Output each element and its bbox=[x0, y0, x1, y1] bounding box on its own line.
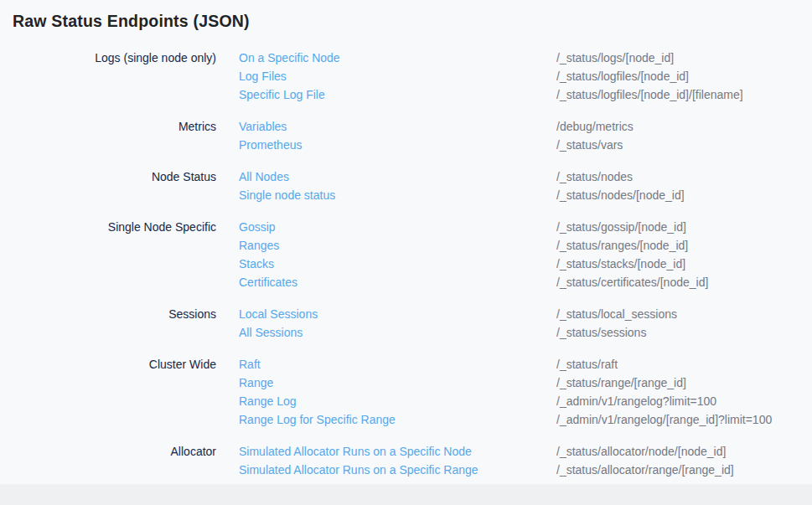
endpoint-link-log-files[interactable]: Log Files bbox=[239, 67, 287, 85]
endpoint-link-prometheus[interactable]: Prometheus bbox=[239, 136, 302, 154]
endpoint-link-gossip[interactable]: Gossip bbox=[239, 218, 276, 236]
endpoint-link-local-sessions[interactable]: Local Sessions bbox=[239, 305, 318, 323]
links-column: Variables Prometheus bbox=[239, 117, 534, 154]
section-category-label: Node Status bbox=[0, 167, 216, 204]
endpoint-link-specific-log-file[interactable]: Specific Log File bbox=[239, 85, 325, 104]
endpoint-link-raft[interactable]: Raft bbox=[239, 355, 261, 374]
links-column: Simulated Allocator Runs on a Specific N… bbox=[239, 442, 534, 479]
endpoint-path: /_status/logfiles/[node_id]/[filename] bbox=[556, 85, 812, 104]
paths-column: /_status/local_sessions /_status/session… bbox=[556, 305, 812, 342]
links-column: Local Sessions All Sessions bbox=[239, 305, 534, 342]
section-single-node-specific: Single Node Specific Gossip Ranges Stack… bbox=[0, 218, 812, 291]
endpoint-path: /_status/allocator/node/[node_id] bbox=[556, 442, 812, 461]
section-category-label: Metrics bbox=[0, 117, 216, 154]
paths-column: /debug/metrics /_status/vars bbox=[556, 117, 812, 154]
endpoint-link-ranges[interactable]: Ranges bbox=[239, 236, 279, 255]
section-category-label: Cluster Wide bbox=[0, 355, 216, 429]
paths-column: /_status/nodes /_status/nodes/[node_id] bbox=[556, 167, 812, 204]
endpoint-link-on-a-specific-node[interactable]: On a Specific Node bbox=[239, 49, 340, 67]
links-column: Raft Range Range Log Range Log for Speci… bbox=[239, 355, 534, 429]
endpoint-path: /_status/logfiles/[node_id] bbox=[556, 67, 812, 85]
endpoint-link-allocator-node[interactable]: Simulated Allocator Runs on a Specific N… bbox=[239, 442, 472, 461]
footer-background-band bbox=[0, 484, 812, 505]
screen: Raw Status Endpoints (JSON) Logs (single… bbox=[0, 0, 812, 505]
section-allocator: Allocator Simulated Allocator Runs on a … bbox=[0, 442, 812, 479]
endpoint-link-certificates[interactable]: Certificates bbox=[239, 273, 297, 291]
endpoint-link-range-log[interactable]: Range Log bbox=[239, 392, 297, 410]
page-title: Raw Status Endpoints (JSON) bbox=[13, 12, 812, 31]
paths-column: /_status/raft /_status/range/[range_id] … bbox=[556, 355, 812, 429]
endpoint-link-all-nodes[interactable]: All Nodes bbox=[239, 167, 289, 186]
links-column: Gossip Ranges Stacks Certificates bbox=[239, 218, 534, 291]
section-category-label: Single Node Specific bbox=[0, 218, 216, 291]
endpoint-path: /_status/nodes bbox=[556, 167, 812, 186]
section-category-label: Sessions bbox=[0, 305, 216, 342]
endpoint-link-all-sessions[interactable]: All Sessions bbox=[239, 323, 303, 342]
links-column: All Nodes Single node status bbox=[239, 167, 534, 204]
endpoint-path: /_status/sessions bbox=[556, 323, 812, 342]
section-category-label: Allocator bbox=[0, 442, 216, 479]
endpoint-link-allocator-range[interactable]: Simulated Allocator Runs on a Specific R… bbox=[239, 461, 478, 479]
section-node-status: Node Status All Nodes Single node status… bbox=[0, 167, 812, 204]
endpoint-path: /_status/allocator/range/[range_id] bbox=[556, 461, 812, 479]
section-sessions: Sessions Local Sessions All Sessions /_s… bbox=[0, 305, 812, 342]
endpoint-link-single-node-status[interactable]: Single node status bbox=[239, 186, 335, 204]
section-logs: Logs (single node only) On a Specific No… bbox=[0, 49, 812, 104]
paths-column: /_status/gossip/[node_id] /_status/range… bbox=[556, 218, 812, 291]
endpoint-path: /_status/gossip/[node_id] bbox=[556, 218, 812, 236]
endpoint-link-stacks[interactable]: Stacks bbox=[239, 255, 274, 273]
raw-status-endpoints-page: Raw Status Endpoints (JSON) Logs (single… bbox=[0, 0, 812, 484]
endpoint-path: /debug/metrics bbox=[556, 117, 812, 136]
endpoint-path: /_status/local_sessions bbox=[556, 305, 812, 323]
endpoint-path: /_admin/v1/rangelog/[range_id]?limit=100 bbox=[556, 410, 812, 429]
endpoint-path: /_status/certificates/[node_id] bbox=[556, 273, 812, 291]
section-cluster-wide: Cluster Wide Raft Range Range Log Range … bbox=[0, 355, 812, 429]
endpoint-link-range-log-specific-range[interactable]: Range Log for Specific Range bbox=[239, 410, 396, 429]
endpoint-path: /_status/logs/[node_id] bbox=[556, 49, 812, 67]
endpoint-path: /_status/ranges/[node_id] bbox=[556, 236, 812, 255]
endpoint-path: /_status/raft bbox=[556, 355, 812, 374]
endpoint-path: /_admin/v1/rangelog?limit=100 bbox=[556, 392, 812, 410]
section-category-label: Logs (single node only) bbox=[0, 49, 216, 104]
links-column: On a Specific Node Log Files Specific Lo… bbox=[239, 49, 534, 104]
endpoint-path: /_status/range/[range_id] bbox=[556, 374, 812, 392]
endpoint-path: /_status/nodes/[node_id] bbox=[556, 186, 812, 204]
section-metrics: Metrics Variables Prometheus /debug/metr… bbox=[0, 117, 812, 154]
endpoint-path: /_status/stacks/[node_id] bbox=[556, 255, 812, 273]
paths-column: /_status/logs/[node_id] /_status/logfile… bbox=[556, 49, 812, 104]
endpoint-link-range[interactable]: Range bbox=[239, 374, 273, 392]
paths-column: /_status/allocator/node/[node_id] /_stat… bbox=[556, 442, 812, 479]
endpoint-path: /_status/vars bbox=[556, 136, 812, 154]
endpoint-link-variables[interactable]: Variables bbox=[239, 117, 287, 136]
